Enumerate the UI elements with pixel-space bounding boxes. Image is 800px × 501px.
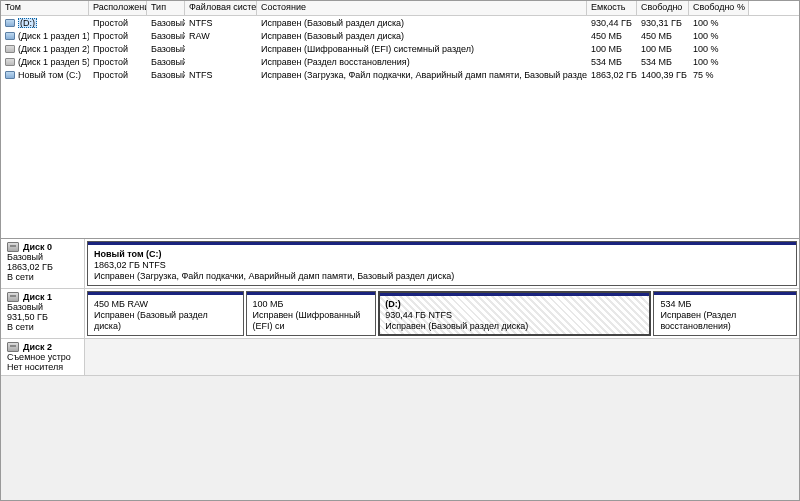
disk-label[interactable]: Диск 1Базовый931,50 ГБВ сети [1,289,85,338]
col-header-state[interactable]: Состояние [257,1,587,15]
partition-sub1: 100 МБ [253,299,370,310]
disk-title: Диск 0 [7,242,78,252]
disk-management-window: Том Расположение Тип Файловая система Со… [0,0,800,501]
volume-list-header: Том Расположение Тип Файловая система Со… [1,1,799,16]
col-header-loc[interactable]: Расположение [89,1,147,15]
col-header-cap[interactable]: Емкость [587,1,637,15]
partition-sub2: Исправен (Базовый раздел диска) [94,310,237,332]
volume-loc: Простой [89,31,147,41]
volume-row[interactable]: Новый том (C:)ПростойБазовыйNTFSИсправен… [1,68,799,81]
volume-free: 100 МБ [637,44,689,54]
volume-cap: 100 МБ [587,44,637,54]
col-header-type[interactable]: Тип [147,1,185,15]
volume-name-cell: (D:) [1,18,89,28]
volume-name: Новый том (C:) [18,70,81,80]
disk-partitions [85,339,799,375]
partition-sub2: Исправен (Раздел восстановления) [660,310,790,332]
volume-freep: 100 % [689,18,749,28]
drive-icon [5,19,15,27]
disk-title: Диск 1 [7,292,78,302]
volume-cap: 1863,02 ГБ [587,70,637,80]
volume-loc: Простой [89,18,147,28]
partition-stripe [88,292,243,295]
volume-list-body: (D:)ПростойБазовыйNTFSИсправен (Базовый … [1,16,799,81]
volume-cap: 450 МБ [587,31,637,41]
partition[interactable]: (D:)930,44 ГБ NTFSИсправен (Базовый разд… [378,291,651,336]
disk-meta3: Нет носителя [7,362,78,372]
disk-label[interactable]: Диск 2Съемное устроНет носителя [1,339,85,375]
partition-title: (D:) [385,299,644,310]
partition[interactable]: 534 МБИсправен (Раздел восстановления) [653,291,797,336]
volume-freep: 100 % [689,44,749,54]
disk-partitions: Новый том (C:)1863,02 ГБ NTFSИсправен (З… [85,239,799,288]
volume-loc: Простой [89,44,147,54]
partition-sub1: 930,44 ГБ NTFS [385,310,644,321]
col-header-freep[interactable]: Свободно % [689,1,749,15]
volume-fs: NTFS [185,70,257,80]
volume-state: Исправен (Шифрованный (EFI) системный ра… [257,44,587,54]
partition-body: 534 МБИсправен (Раздел восстановления) [660,295,790,332]
partition-sub1: 534 МБ [660,299,790,310]
drive-icon [5,58,15,66]
volume-loc: Простой [89,57,147,67]
disk-icon [7,342,19,352]
drive-icon [5,32,15,40]
partition-stripe [380,293,649,296]
disk-row: Диск 2Съемное устроНет носителя [1,339,799,376]
col-header-fs[interactable]: Файловая система [185,1,257,15]
volume-state: Исправен (Раздел восстановления) [257,57,587,67]
disk-partitions: 450 МБ RAWИсправен (Базовый раздел диска… [85,289,799,338]
volume-row[interactable]: (D:)ПростойБазовыйNTFSИсправен (Базовый … [1,16,799,29]
volume-loc: Простой [89,70,147,80]
blank-area [1,376,799,500]
disk-icon [7,292,19,302]
volume-row[interactable]: (Диск 1 раздел 1)ПростойБазовыйRAWИсправ… [1,29,799,42]
col-header-tom[interactable]: Том [1,1,89,15]
volume-type: Базовый [147,70,185,80]
partition-stripe [654,292,796,295]
disk-icon [7,242,19,252]
volume-free: 1400,39 ГБ [637,70,689,80]
volume-cap: 930,44 ГБ [587,18,637,28]
partition-body: 100 МБИсправен (Шифрованный (EFI) си [253,295,370,332]
partition-sub2: Исправен (Шифрованный (EFI) си [253,310,370,332]
volume-name-cell: (Диск 1 раздел 2) [1,44,89,54]
volume-name-cell: (Диск 1 раздел 1) [1,31,89,41]
volume-name: (Диск 1 раздел 5) [18,57,89,67]
volume-row[interactable]: (Диск 1 раздел 5)ПростойБазовыйИсправен … [1,55,799,68]
disk-meta3: В сети [7,322,78,332]
volume-free: 930,31 ГБ [637,18,689,28]
disk-row: Диск 0Базовый1863,02 ГБВ сетиНовый том (… [1,239,799,289]
volume-state: Исправен (Базовый раздел диска) [257,31,587,41]
disk-row: Диск 1Базовый931,50 ГБВ сети450 МБ RAWИс… [1,289,799,339]
disk-label[interactable]: Диск 0Базовый1863,02 ГБВ сети [1,239,85,288]
partition-sub1: 450 МБ RAW [94,299,237,310]
disk-meta1: Съемное устро [7,352,78,362]
partition-body: (D:)930,44 ГБ NTFSИсправен (Базовый разд… [385,295,644,332]
volume-state: Исправен (Базовый раздел диска) [257,18,587,28]
disk-meta1: Базовый [7,302,78,312]
volume-name-cell: (Диск 1 раздел 5) [1,57,89,67]
partition-sub2: Исправен (Базовый раздел диска) [385,321,644,332]
disk-meta2: 1863,02 ГБ [7,262,78,272]
volume-type: Базовый [147,44,185,54]
volume-fs: NTFS [185,18,257,28]
drive-icon [5,71,15,79]
partition[interactable]: Новый том (C:)1863,02 ГБ NTFSИсправен (З… [87,241,797,286]
volume-cap: 534 МБ [587,57,637,67]
volume-name: (Диск 1 раздел 2) [18,44,89,54]
col-header-free[interactable]: Свободно [637,1,689,15]
volume-type: Базовый [147,31,185,41]
volume-freep: 100 % [689,31,749,41]
volume-type: Базовый [147,18,185,28]
volume-list: Том Расположение Тип Файловая система Со… [1,1,799,239]
volume-state: Исправен (Загрузка, Файл подкачки, Авари… [257,70,587,80]
partition-sub2: Исправен (Загрузка, Файл подкачки, Авари… [94,271,790,282]
partition[interactable]: 100 МБИсправен (Шифрованный (EFI) си [246,291,377,336]
volume-name: (Диск 1 раздел 1) [18,31,89,41]
volume-freep: 75 % [689,70,749,80]
partition-stripe [247,292,376,295]
partition[interactable]: 450 МБ RAWИсправен (Базовый раздел диска… [87,291,244,336]
volume-row[interactable]: (Диск 1 раздел 2)ПростойБазовыйИсправен … [1,42,799,55]
disk-meta3: В сети [7,272,78,282]
